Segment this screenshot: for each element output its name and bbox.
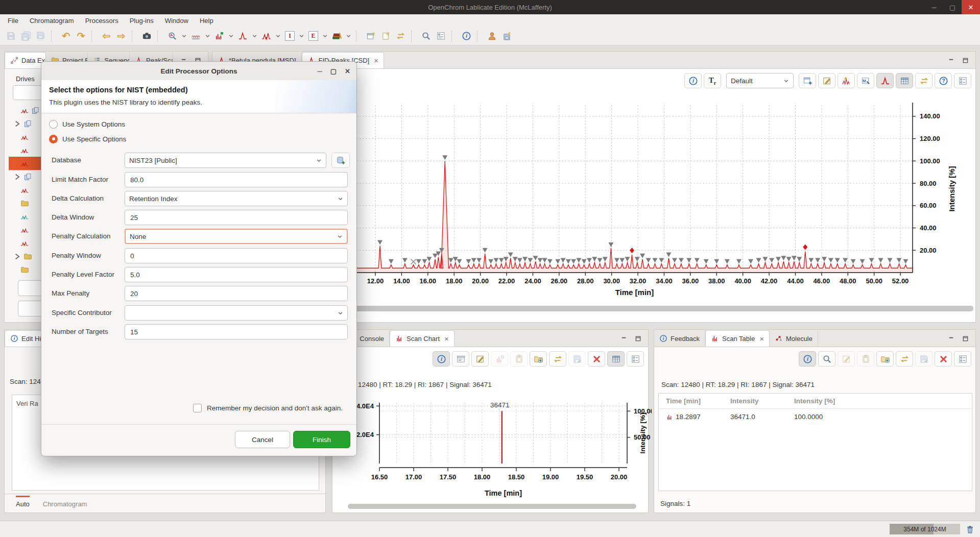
tab-scan-table[interactable]: Scan Table× [705,330,770,347]
database-combo[interactable]: NIST23 [Public] [125,153,326,168]
info-button[interactable]: i [433,351,450,367]
peak-integrator-button[interactable] [259,30,273,43]
dialog-close-button[interactable]: ✕ [345,67,350,75]
close-icon[interactable]: × [374,56,378,65]
delete-button[interactable] [588,351,605,367]
menu-processors[interactable]: Processors [80,14,124,27]
cancel-button[interactable]: Cancel [235,431,290,448]
minimize-panel-button[interactable] [618,332,629,345]
penalty-calculation-combo[interactable]: None [125,229,348,244]
penalty-window-input[interactable] [125,248,348,263]
window-maximize-button[interactable]: ▢ [943,0,962,14]
peaks-flag-button[interactable] [212,30,226,43]
chevron-down-icon[interactable] [227,30,235,43]
add-database-button[interactable] [331,153,350,168]
specific-contributor-combo[interactable] [125,305,348,321]
table-button[interactable] [607,351,625,367]
undo-button[interactable]: ↶ [59,30,73,43]
camera-button[interactable] [140,30,154,43]
chevron-down-icon[interactable] [345,30,352,43]
delta-window-input[interactable] [125,210,348,225]
dialog-maximize-button[interactable]: ▢ [330,67,337,75]
delete-button[interactable] [935,351,952,367]
search-button[interactable] [818,351,835,367]
bottom-tab-chromatogram[interactable]: Chromatogram [43,500,87,508]
info-button[interactable]: i [799,351,816,367]
max-penalty-input[interactable] [125,286,348,301]
folder-new-button[interactable] [876,351,894,367]
transfer-button[interactable] [394,30,408,43]
menu-file[interactable]: File [2,14,24,27]
chevron-down-icon[interactable] [274,30,282,43]
retention-index-button[interactable]: I [283,30,297,43]
column-header[interactable]: Time [min] [666,397,730,405]
ba​seline-button[interactable] [189,30,203,43]
penalty-level-factor-input[interactable] [125,267,348,282]
maximize-panel-button[interactable] [960,332,970,345]
transfer-button[interactable] [549,351,566,367]
tree-expand-icon[interactable] [13,173,21,181]
bottom-tab-auto[interactable]: Auto [16,496,30,508]
tasks-form-button[interactable] [434,30,448,43]
finish-button[interactable]: Finish [293,431,350,448]
calibration-e-button[interactable]: E [306,30,320,43]
menu-window[interactable]: Window [159,14,194,27]
edit-button[interactable] [471,351,489,367]
user-button[interactable] [485,30,499,43]
chromatogram-hscrollbar[interactable] [335,306,973,311]
window-close-button[interactable]: ✕ [962,0,980,14]
memory-indicator[interactable]: 354M of 1024M [890,524,960,534]
settings-button[interactable] [627,351,644,367]
menu-help[interactable]: Help [194,14,219,27]
import-file-button[interactable] [500,30,514,43]
chevron-down-icon[interactable] [180,30,188,43]
window-minimize-button[interactable]: ─ [925,0,943,14]
tree-expand-icon[interactable] [13,252,21,261]
chevron-down-icon[interactable] [251,30,258,43]
menu-plug-ins[interactable]: Plug-ins [124,14,159,27]
maximize-panel-button[interactable] [633,332,643,345]
menu-chromatogram[interactable]: Chromatogram [24,14,80,27]
column-header[interactable]: Intensity [730,397,794,405]
zoom-chromatogram-button[interactable] [165,30,179,43]
redo-button[interactable]: ↷ [74,30,88,43]
tab-feedback[interactable]: iFeedback [654,330,705,347]
remember-decision-checkbox[interactable] [193,404,202,412]
settings-button[interactable] [954,351,971,367]
nav-forward-button[interactable]: ⇨ [114,30,128,43]
folder-new-button[interactable] [530,351,547,367]
radio-use-specific-options[interactable]: Use Specific Options [49,133,126,145]
scan-table[interactable]: Time [min]IntensityIntensity [%]18.28973… [658,393,972,491]
tab-edit-hi[interactable]: iEdit Hi [5,330,46,347]
chromatogram-chart[interactable]: 12.0014.0016.0018.0020.0022.0024.0026.00… [327,72,980,314]
library-button[interactable] [330,30,344,43]
console-list-button[interactable] [452,351,469,367]
number-of-targets-input[interactable] [125,324,348,339]
nav-back-button[interactable]: ⇦ [100,30,113,43]
tab-data-expl[interactable]: Data Expl [5,52,46,68]
chevron-down-icon[interactable] [298,30,305,43]
transfer-button[interactable] [896,351,913,367]
minimize-panel-button[interactable] [946,332,956,345]
dialog-minimize-button[interactable]: ─ [318,67,322,75]
chevron-down-icon[interactable] [204,30,211,43]
scan-chart-hscrollbar[interactable] [348,504,636,509]
chevron-down-icon[interactable] [321,30,329,43]
minimize-panel-button[interactable] [946,54,956,67]
limit-match-factor-input[interactable] [125,172,348,187]
search-button[interactable] [419,30,433,43]
tree-expand-icon[interactable] [13,119,21,128]
tab-molecule[interactable]: Molecule [770,330,818,347]
info-button[interactable]: i [460,30,473,43]
column-header[interactable]: Intensity [%] [794,397,972,405]
table-row[interactable]: 18.289736471.0100.0000 [659,409,972,425]
garbage-collect-button[interactable] [963,523,977,536]
close-icon[interactable]: × [444,334,449,343]
delta-calculation-combo[interactable]: Retention Index [125,191,348,206]
radio-use-system-options[interactable]: Use System Options [49,118,125,130]
close-icon[interactable]: × [759,334,764,343]
new-editor-button[interactable] [364,30,378,43]
scan-chart[interactable]: 2.0E44.0E450.00100.0016.5017.0017.5018.0… [332,394,652,514]
maximize-panel-button[interactable] [960,54,970,67]
new-note-button[interactable] [379,30,393,43]
